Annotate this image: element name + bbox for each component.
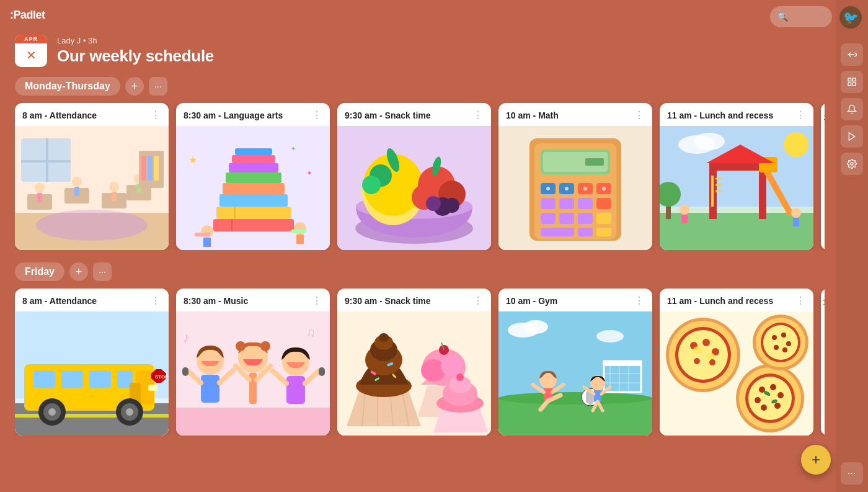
- card-menu-icon[interactable]: ⋮: [312, 295, 322, 306]
- svg-point-226: [781, 333, 786, 338]
- svg-point-149: [441, 356, 463, 376]
- section-more-btn-friday[interactable]: ···: [93, 262, 112, 281]
- card-header: 10 am - Gym ⋮: [498, 288, 652, 311]
- card-image: [498, 311, 652, 436]
- svg-rect-24: [213, 219, 294, 231]
- svg-text:✦: ✦: [291, 145, 296, 152]
- svg-point-87: [694, 133, 725, 150]
- card-image: [660, 126, 813, 250]
- section-title-mt: Monday-Thursday: [15, 77, 120, 96]
- svg-rect-124: [148, 385, 157, 391]
- svg-point-82: [602, 187, 606, 190]
- svg-point-217: [761, 405, 767, 411]
- top-bar: :Padlet: [0, 0, 868, 30]
- svg-rect-36: [195, 233, 210, 236]
- card-mt-lunch: 11 am - Lunch and recess ⋮: [660, 103, 813, 250]
- svg-point-81: [583, 187, 587, 190]
- svg-rect-63: [585, 158, 604, 166]
- svg-point-118: [48, 408, 56, 416]
- card-fr-partial: 12: [821, 288, 825, 436]
- header-text: Lady J • 3h Our weekly schedule: [57, 36, 214, 66]
- svg-rect-230: [848, 78, 851, 81]
- section-monday-thursday: Monday-Thursday + ···: [15, 77, 825, 96]
- section-add-btn-mt[interactable]: +: [125, 77, 144, 96]
- svg-point-85: [784, 132, 808, 157]
- svg-rect-71: [596, 198, 611, 209]
- play-icon[interactable]: [841, 125, 863, 148]
- svg-point-134: [236, 341, 246, 351]
- svg-text:★: ★: [188, 154, 197, 165]
- svg-rect-91: [709, 163, 766, 171]
- card-menu-icon[interactable]: ⋮: [795, 295, 806, 306]
- svg-point-121: [126, 408, 133, 416]
- svg-text:♫: ♫: [306, 325, 316, 339]
- svg-rect-35: [203, 238, 211, 247]
- svg-rect-232: [848, 83, 851, 86]
- svg-point-224: [763, 325, 798, 360]
- share-icon[interactable]: [841, 43, 863, 66]
- section-more-btn-mt[interactable]: ···: [149, 77, 167, 96]
- right-sidebar: ···: [836, 0, 868, 492]
- svg-point-135: [260, 341, 270, 351]
- more-icon[interactable]: ···: [841, 462, 863, 485]
- svg-rect-78: [596, 228, 611, 236]
- svg-point-227: [786, 341, 791, 346]
- svg-point-80: [565, 187, 569, 190]
- bell-icon[interactable]: [841, 98, 863, 120]
- svg-rect-28: [226, 172, 281, 183]
- card-image: [15, 126, 169, 250]
- svg-rect-25: [216, 207, 291, 219]
- card-mt-partial: 11:3: [821, 103, 825, 250]
- svg-rect-22: [15, 126, 169, 213]
- card-title: 8:30 am - Music: [184, 296, 248, 306]
- layout-icon[interactable]: [841, 71, 863, 93]
- svg-rect-74: [578, 213, 593, 224]
- card-image: [337, 311, 491, 436]
- svg-rect-130: [201, 375, 219, 403]
- header-meta: Lady J • 3h: [57, 36, 214, 45]
- svg-rect-113: [89, 370, 111, 388]
- svg-rect-192: [594, 390, 601, 401]
- svg-rect-231: [852, 78, 856, 81]
- svg-rect-112: [61, 370, 83, 388]
- svg-rect-39: [291, 230, 306, 233]
- svg-point-160: [379, 333, 389, 342]
- svg-rect-111: [33, 370, 55, 388]
- svg-point-175: [498, 392, 652, 405]
- svg-rect-233: [852, 83, 856, 86]
- svg-point-212: [748, 377, 792, 420]
- card-header: 10 am - Math ⋮: [498, 103, 652, 126]
- card-fr-attendance: 8 am - Attendance ⋮: [15, 288, 169, 436]
- svg-rect-77: [578, 228, 593, 236]
- settings-icon[interactable]: [841, 153, 863, 175]
- card-menu-icon[interactable]: ⋮: [634, 109, 645, 121]
- card-menu-icon[interactable]: ⋮: [151, 295, 161, 306]
- search-bar[interactable]: 🔍: [770, 6, 832, 27]
- card-image: STOP: [15, 311, 169, 436]
- card-menu-icon[interactable]: ⋮: [473, 295, 484, 306]
- svg-rect-29: [229, 163, 278, 172]
- main-content: Monday-Thursday + ··· 8 am - Attendance …: [0, 77, 868, 458]
- svg-rect-31: [235, 148, 272, 155]
- svg-rect-73: [559, 213, 574, 224]
- svg-rect-72: [541, 213, 556, 224]
- section-friday: Friday + ···: [15, 262, 825, 281]
- search-icon: 🔍: [777, 12, 788, 22]
- card-image: [660, 311, 813, 436]
- svg-rect-69: [559, 198, 574, 209]
- svg-point-207: [693, 346, 703, 354]
- svg-point-55: [445, 198, 459, 213]
- card-menu-icon[interactable]: ⋮: [634, 295, 645, 306]
- fab-add-button[interactable]: +: [801, 445, 831, 475]
- svg-point-216: [774, 403, 781, 409]
- card-menu-icon[interactable]: ⋮: [473, 109, 484, 121]
- cards-row-mt: 8 am - Attendance ⋮: [15, 103, 825, 250]
- card-menu-icon[interactable]: ⋮: [151, 109, 161, 121]
- calendar-icon: APR ✕: [15, 35, 47, 67]
- card-title: 9:30 am - Snack time: [345, 110, 431, 120]
- card-menu-icon[interactable]: ⋮: [312, 109, 322, 121]
- card-header: 11 am - Lunch and recess ⋮: [660, 103, 813, 126]
- section-add-btn-friday[interactable]: +: [69, 262, 88, 281]
- card-menu-icon[interactable]: ⋮: [795, 109, 806, 121]
- svg-rect-68: [541, 198, 556, 209]
